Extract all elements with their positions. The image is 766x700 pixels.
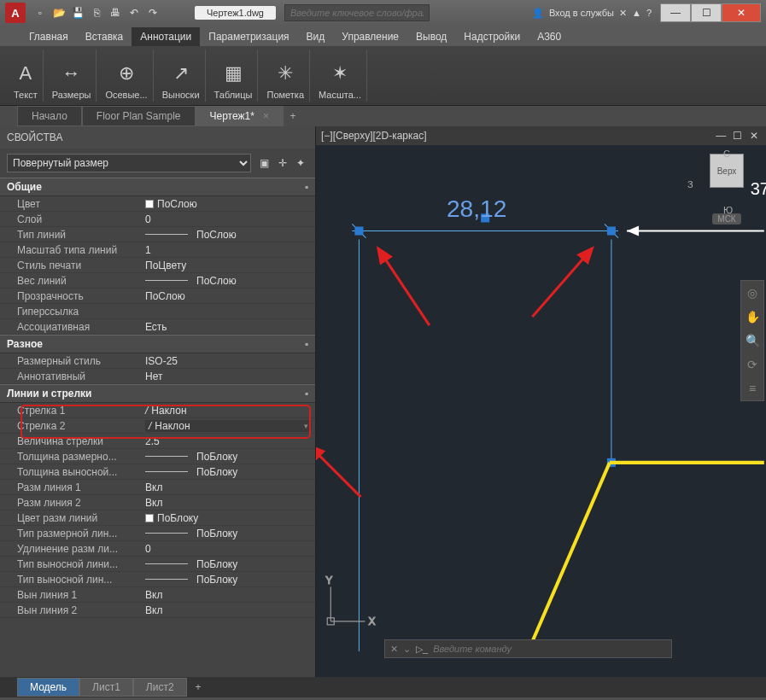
property-row[interactable]: Тип выносной лин...ПоБлоку [0, 572, 315, 587]
orbit-icon[interactable]: ⟳ [741, 353, 763, 376]
selection-type-dropdown[interactable]: Повернутый размер [7, 154, 251, 172]
property-row[interactable]: Удлинение разм ли...0 [0, 541, 315, 557]
command-options-icon[interactable]: ⌄ [403, 644, 411, 655]
ribbon-group-6[interactable]: ✶Масшта... [313, 50, 367, 102]
save-icon[interactable]: 💾 [70, 5, 85, 20]
dimension-text: 28,12 [447, 195, 506, 222]
undo-icon[interactable]: ↶ [126, 5, 142, 20]
showmotion-icon[interactable]: ≡ [741, 376, 763, 400]
property-row[interactable]: Вын линия 1Вкл [0, 587, 315, 603]
minimize-button[interactable]: — [660, 3, 691, 22]
saveas-icon[interactable]: ⎘ [89, 5, 104, 20]
property-section[interactable]: Общие▪ [0, 178, 315, 196]
properties-panel: СВОЙСТВА Повернутый размер ▣ ✛ ✦ Общие▪Ц… [0, 126, 316, 677]
property-row[interactable]: Тип размерной лин...ПоБлоку [0, 526, 315, 541]
property-section[interactable]: Разное▪ [0, 335, 315, 353]
ribbon-tab-1[interactable]: Вставка [77, 27, 132, 46]
property-row[interactable]: АннотативныйНет [0, 369, 315, 384]
property-row[interactable]: Толщина размерно...ПоБлоку [0, 449, 315, 464]
property-row[interactable]: Тип линийПоСлою [0, 227, 315, 242]
zoom-extents-icon[interactable]: 🔍 [741, 329, 763, 353]
file-tab-1[interactable]: Floor Plan Sample [82, 106, 196, 126]
file-tab-2[interactable]: Чертеж1*× [196, 106, 284, 126]
file-tab-0[interactable]: Начало [17, 106, 82, 126]
filter-icon[interactable]: ✦ [293, 155, 308, 171]
ribbon-group-1[interactable]: ↔Размеры [47, 50, 97, 102]
drawing-viewport[interactable]: [−][Сверху][2D-каркас] — ☐ ✕ [316, 126, 766, 677]
property-row[interactable]: Размерный стильISO-25 [0, 353, 315, 369]
property-row[interactable]: Величина стрелки2.5 [0, 434, 315, 449]
command-close-icon[interactable]: ✕ [390, 644, 398, 655]
property-row[interactable]: Гиперссылка [0, 304, 315, 319]
ribbon-group-5[interactable]: ✳Пометка [261, 50, 310, 102]
selection-type-row: Повернутый размер ▣ ✛ ✦ [0, 149, 315, 178]
viewcube-north[interactable]: С [723, 149, 730, 159]
ribbon-tab-0[interactable]: Главная [20, 27, 77, 46]
steering-wheel-icon[interactable]: ◎ [741, 281, 763, 305]
new-icon[interactable]: ▫ [32, 5, 48, 20]
viewcube-face[interactable]: Верх [710, 154, 744, 188]
titlebar-right: 👤 Вход в службы ✕ ▲ ? [532, 8, 652, 19]
pan-icon[interactable]: ✋ [741, 305, 763, 329]
layout-tab-1[interactable]: Лист1 [79, 678, 133, 697]
svg-rect-8 [607, 226, 616, 235]
property-row[interactable]: Разм линия 1Вкл [0, 480, 315, 495]
ribbon-tab-3[interactable]: Параметризация [200, 27, 297, 46]
vp-close-icon[interactable]: ✕ [747, 130, 761, 142]
viewport-label[interactable]: [−][Сверху][2D-каркас] [321, 130, 427, 142]
viewcube-west[interactable]: З [687, 179, 693, 190]
property-row[interactable]: ЦветПоСлою [0, 196, 315, 212]
viewcube[interactable]: С З Верх 37 Ю МСК [693, 150, 761, 244]
ribbon-tab-7[interactable]: Надстройки [455, 27, 529, 46]
pick-set-icon[interactable]: ✛ [275, 155, 290, 171]
property-row[interactable]: Масштаб типа линий1 [0, 242, 315, 258]
a360-icon[interactable]: ▲ [632, 8, 641, 18]
keyword-search-input[interactable] [284, 4, 430, 21]
layout-tab-2[interactable]: Лист2 [133, 678, 187, 697]
ribbon-group-4[interactable]: ▦Таблицы [209, 50, 259, 102]
help-icon[interactable]: ? [646, 8, 652, 18]
property-row[interactable]: АссоциативнаяЕсть [0, 319, 315, 335]
signin-label[interactable]: Вход в службы [549, 8, 614, 18]
property-section[interactable]: Линии и стрелки▪ [0, 384, 315, 403]
property-row[interactable]: Цвет разм линийПоБлоку [0, 510, 315, 526]
ribbon-group-0[interactable]: AТекст [9, 50, 44, 102]
svg-line-16 [316, 446, 360, 497]
viewcube-south[interactable]: Ю [723, 205, 733, 215]
property-row[interactable]: Тип выносной лини...ПоБлоку [0, 557, 315, 572]
ribbon-group-3[interactable]: ↗Выноски [157, 50, 206, 102]
property-row[interactable]: ПрозрачностьПоСлою [0, 289, 315, 304]
signin-icon[interactable]: 👤 [532, 8, 544, 19]
layout-tabs: МодельЛист1Лист2+ [0, 677, 766, 697]
ribbon-tab-6[interactable]: Вывод [407, 27, 455, 46]
property-row[interactable]: Слой0 [0, 212, 315, 227]
property-row[interactable]: Вес линийПоСлою [0, 273, 315, 289]
exchange-icon[interactable]: ✕ [619, 8, 627, 19]
ribbon-tab-8[interactable]: A360 [529, 27, 570, 46]
maximize-button[interactable]: ☐ [691, 3, 722, 22]
property-row[interactable]: Вын линия 2Вкл [0, 603, 315, 618]
redo-icon[interactable]: ↷ [145, 5, 161, 20]
property-row[interactable]: Стиль печатиПоЦвету [0, 258, 315, 273]
property-row[interactable]: Разм линия 2Вкл [0, 495, 315, 510]
plot-icon[interactable]: 🖶 [108, 5, 123, 20]
ribbon-tab-4[interactable]: Вид [298, 27, 334, 46]
new-file-tab-button[interactable]: + [284, 107, 302, 125]
app-logo[interactable]: A [5, 3, 26, 23]
property-row[interactable]: Толщина выносной...ПоБлоку [0, 464, 315, 480]
vp-maximize-icon[interactable]: ☐ [731, 130, 745, 142]
layout-tab-0[interactable]: Модель [17, 678, 79, 697]
ribbon-tab-2[interactable]: Аннотации [132, 27, 200, 46]
open-icon[interactable]: 📂 [51, 5, 67, 20]
ribbon-group-2[interactable]: ⊕Осевые... [100, 50, 153, 102]
command-line[interactable]: ✕ ⌄ ▷_ [384, 639, 672, 658]
close-button[interactable]: ✕ [722, 3, 761, 22]
property-row[interactable]: Стрелка 1/ Наклон [0, 403, 315, 418]
quick-select-icon[interactable]: ▣ [256, 155, 272, 171]
close-icon[interactable]: × [263, 110, 269, 122]
ribbon-tab-5[interactable]: Управление [333, 27, 407, 46]
new-layout-button[interactable]: + [187, 679, 210, 696]
vp-minimize-icon[interactable]: — [714, 130, 728, 142]
command-input[interactable] [433, 644, 666, 654]
property-row[interactable]: Стрелка 2/ Наклон [0, 418, 315, 434]
